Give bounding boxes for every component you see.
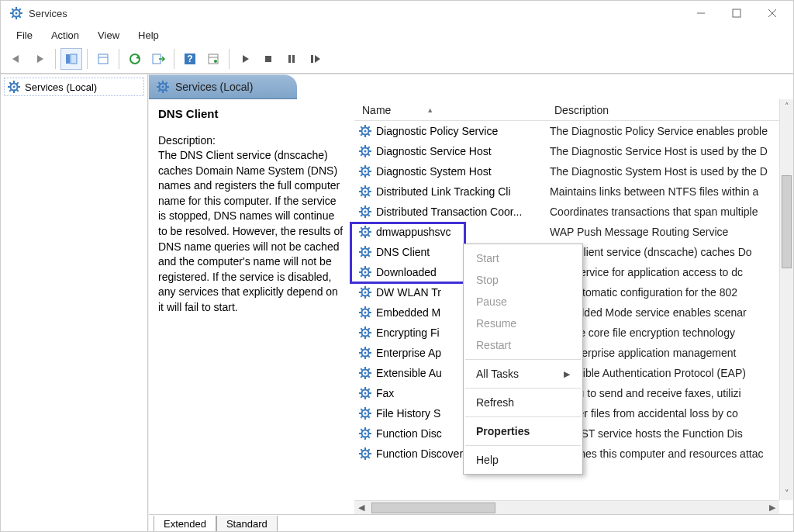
chevron-right-icon: ▶ — [564, 369, 570, 379]
list-item[interactable]: Distributed Link Tracking CliMaintains l… — [354, 181, 793, 202]
show-hide-tree-button[interactable] — [60, 48, 82, 70]
service-name: Embedded M — [376, 306, 440, 319]
svg-text:?: ? — [187, 54, 192, 64]
gear-icon — [359, 246, 371, 258]
svg-rect-27 — [292, 55, 295, 63]
list-item[interactable]: dmwappushsvcWAP Push Message Routing Ser… — [354, 222, 793, 242]
scrollbar-thumb[interactable] — [782, 175, 792, 268]
selected-service-name: DNS Client — [158, 107, 345, 120]
svg-rect-15 — [71, 54, 77, 64]
svg-rect-11 — [733, 9, 740, 17]
refresh-button[interactable] — [124, 48, 146, 70]
context-menu-all-tasks-label: All Tasks — [476, 368, 519, 380]
back-button[interactable] — [5, 48, 27, 70]
tab-standard[interactable]: Standard — [216, 516, 278, 532]
titlebar: Services — [1, 1, 793, 26]
service-description: Maintains links between NTFS files withi… — [547, 185, 793, 198]
menu-help[interactable]: Help — [129, 27, 168, 43]
service-name: Diagnostic Service Host — [376, 145, 492, 157]
services-app-icon — [9, 5, 24, 21]
service-description: Publishes this computer and resources at… — [547, 447, 793, 460]
service-name: dmwappushsvc — [376, 226, 451, 238]
context-menu-start[interactable]: Start — [464, 247, 582, 269]
list-item[interactable]: Diagnostic System HostThe Diagnostic Sys… — [354, 161, 793, 181]
gear-icon — [359, 145, 371, 157]
export-button[interactable] — [92, 48, 114, 70]
menu-file[interactable]: File — [7, 27, 42, 43]
context-menu-refresh[interactable]: Refresh — [464, 392, 582, 413]
context-menu-stop[interactable]: Stop — [464, 269, 582, 291]
context-menu-pause[interactable]: Pause — [464, 291, 582, 313]
gear-icon — [8, 81, 20, 93]
hscrollbar-thumb[interactable] — [371, 503, 495, 513]
service-description: DNS Client service (dnscache) caches Do — [547, 246, 793, 258]
service-description: The Diagnostic System Host is used by th… — [547, 165, 793, 178]
scroll-up-ic-[interactable]: ˄ — [780, 99, 793, 113]
service-description: Extensible Authentication Protocol (EAP) — [547, 367, 793, 379]
maximize-button[interactable] — [719, 1, 754, 26]
help-button[interactable]: ? — [179, 48, 201, 70]
service-name: File History S — [376, 407, 440, 420]
export-list-button[interactable] — [147, 48, 169, 70]
description-text: The DNS Client service (dnscache) caches… — [158, 148, 345, 316]
gear-icon — [359, 427, 371, 440]
close-button[interactable] — [754, 1, 790, 26]
service-name: Fax — [376, 387, 394, 399]
column-name[interactable]: Name ▲ — [354, 101, 547, 119]
sort-indicator-icon: ▲ — [426, 106, 433, 114]
column-description[interactable]: Description — [547, 101, 793, 119]
list-item[interactable]: Distributed Transaction Coor...Coordinat… — [354, 202, 793, 222]
menubar: File Action View Help — [1, 26, 793, 44]
service-name: Encrypting Fi — [376, 326, 440, 339]
list-item[interactable]: Diagnostic Policy ServiceThe Diagnostic … — [354, 121, 793, 141]
forward-button[interactable] — [29, 48, 50, 70]
properties-button[interactable] — [202, 48, 224, 70]
menu-action[interactable]: Action — [42, 27, 88, 43]
gear-icon — [359, 347, 371, 359]
svg-point-24 — [214, 60, 217, 63]
service-list: Name ▲ Description Diagnostic Policy Ser… — [354, 99, 793, 514]
scroll-down-icon[interactable]: ˅ — [780, 486, 793, 500]
service-description: lows service for application access to d… — [547, 266, 793, 278]
tree-node-services-local[interactable]: Services (Local) — [4, 78, 144, 96]
context-menu-all-tasks[interactable]: All Tasks ▶ — [464, 363, 582, 385]
service-name: Diagnostic System Host — [376, 165, 492, 178]
service-name: Diagnostic Policy Service — [376, 125, 498, 137]
description-label: Description: — [158, 134, 345, 147]
horizontal-scrollbar[interactable]: ◀ ▶ — [354, 500, 779, 514]
scroll-right-icon[interactable]: ▶ — [765, 503, 779, 513]
window-title: Services — [29, 8, 67, 19]
vertical-scrollbar[interactable]: ˄ ˅ — [779, 99, 793, 500]
restart-service-button[interactable] — [304, 48, 326, 70]
navigation-tree[interactable]: Services (Local) — [1, 74, 148, 532]
gear-icon — [359, 226, 371, 238]
context-menu-help[interactable]: Help — [464, 449, 582, 471]
service-name: Function Disc — [376, 427, 442, 440]
list-header: Name ▲ Description — [354, 99, 793, 121]
gear-icon — [359, 387, 371, 399]
context-menu: Start Stop Pause Resume Restart All Task… — [463, 244, 583, 475]
context-menu-properties[interactable]: Properties — [464, 420, 582, 442]
menu-view[interactable]: View — [88, 27, 129, 43]
list-item[interactable]: Diagnostic Service HostThe Diagnostic Se… — [354, 141, 793, 161]
context-menu-restart[interactable]: Restart — [464, 334, 582, 356]
gear-icon — [359, 306, 371, 319]
tab-extended[interactable]: Extended — [154, 516, 216, 532]
svg-rect-16 — [98, 54, 108, 64]
service-description: des the core file encryption technology — [547, 326, 793, 339]
minimize-button[interactable] — [683, 1, 719, 26]
context-menu-resume[interactable]: Resume — [464, 313, 582, 334]
gear-icon — [359, 206, 371, 218]
service-description: The Diagnostic Policy Service enables pr… — [547, 125, 793, 137]
gear-icon — [359, 185, 371, 198]
svg-rect-26 — [288, 55, 291, 63]
stop-service-button[interactable] — [257, 48, 279, 70]
svg-rect-14 — [66, 54, 70, 64]
start-service-button[interactable] — [234, 48, 256, 70]
scroll-left-icon[interactable]: ◀ — [354, 503, 368, 513]
gear-icon — [359, 165, 371, 178]
pause-service-button[interactable] — [281, 48, 302, 70]
service-description: des automatic configuration for the 802 — [547, 286, 793, 299]
service-name: DW WLAN Tr — [376, 286, 441, 299]
gear-icon — [359, 326, 371, 339]
